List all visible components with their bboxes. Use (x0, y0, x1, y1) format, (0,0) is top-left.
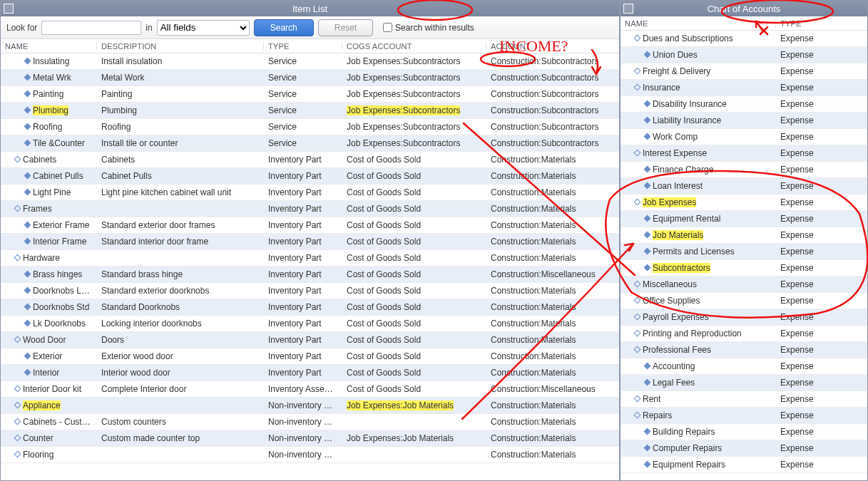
table-row[interactable]: ExteriorExterior wood doorInventory Part… (1, 348, 619, 365)
table-row[interactable]: ApplianceNon-inventory PartJob Expenses:… (1, 398, 619, 414)
col-header-description[interactable]: DESCRIPTION (97, 42, 264, 51)
table-row[interactable]: Interior FrameStandard interior door fra… (1, 234, 619, 250)
table-row[interactable]: Legal FeesExpense (621, 375, 867, 391)
item-list-titlebar[interactable]: Item List (1, 1, 619, 16)
expand-diamond-icon[interactable] (644, 51, 651, 58)
table-row[interactable]: Equipment RepairsExpense (621, 457, 867, 473)
table-row[interactable]: Wood DoorDoorsInventory PartCost of Good… (1, 332, 619, 348)
table-row[interactable]: Professional FeesExpense (621, 342, 867, 358)
expand-diamond-icon[interactable] (24, 90, 31, 98)
table-row[interactable]: Interest ExpenseExpense (621, 145, 867, 162)
expand-diamond-icon[interactable] (24, 304, 31, 311)
coa-col-header-name[interactable]: NAME (621, 19, 776, 28)
table-row[interactable]: MiscellaneousExpense (621, 276, 867, 293)
expand-diamond-icon[interactable] (644, 166, 651, 173)
expand-diamond-icon[interactable] (644, 133, 651, 140)
table-row[interactable]: PaintingPaintingServiceJob Expenses:Subc… (1, 86, 619, 103)
expand-diamond-icon[interactable] (644, 248, 651, 255)
table-row[interactable]: Dues and SubscriptionsExpense (621, 31, 867, 47)
table-row[interactable]: Light PineLight pine kitchen cabinet wal… (1, 185, 619, 201)
expand-diamond-icon[interactable] (634, 84, 641, 91)
table-row[interactable]: RoofingRoofingServiceJob Expenses:Subcon… (1, 119, 619, 135)
table-row[interactable]: Cabinets - CustomCustom countersNon-inve… (1, 414, 619, 430)
expand-diamond-icon[interactable] (634, 395, 641, 403)
expand-diamond-icon[interactable] (24, 74, 31, 81)
col-header-type[interactable]: TYPE (264, 42, 342, 51)
table-row[interactable]: Building RepairsExpense (621, 424, 867, 440)
expand-diamond-icon[interactable] (24, 369, 31, 376)
table-row[interactable]: Office SuppliesExpense (621, 293, 867, 309)
expand-diamond-icon[interactable] (634, 281, 641, 288)
search-button[interactable]: Search (254, 19, 314, 36)
table-row[interactable]: Finance ChargeExpense (621, 162, 867, 178)
item-list-body[interactable]: InsulatingInstall insulationServiceJob E… (1, 53, 619, 480)
table-row[interactable]: CabinetsCabinetsInventory PartCost of Go… (1, 152, 619, 168)
restore-window-icon[interactable] (4, 4, 14, 14)
expand-diamond-icon[interactable] (14, 386, 21, 393)
expand-diamond-icon[interactable] (24, 320, 31, 327)
table-row[interactable]: Metal WrkMetal WorkServiceJob Expenses:S… (1, 70, 619, 86)
expand-diamond-icon[interactable] (24, 123, 31, 130)
table-row[interactable]: InsuranceExpense (621, 80, 867, 96)
table-row[interactable]: Disability InsuranceExpense (621, 96, 867, 113)
expand-diamond-icon[interactable] (644, 428, 651, 435)
expand-diamond-icon[interactable] (644, 445, 651, 452)
expand-diamond-icon[interactable] (14, 156, 21, 163)
expand-diamond-icon[interactable] (24, 287, 31, 294)
expand-diamond-icon[interactable] (24, 238, 31, 245)
table-row[interactable]: Payroll ExpensesExpense (621, 309, 867, 326)
expand-diamond-icon[interactable] (644, 182, 651, 190)
table-row[interactable]: Equipment RentalExpense (621, 211, 867, 227)
expand-diamond-icon[interactable] (644, 461, 651, 468)
table-row[interactable]: Liability InsuranceExpense (621, 113, 867, 129)
table-row[interactable]: InsulatingInstall insulationServiceJob E… (1, 53, 619, 70)
table-row[interactable]: Job ExpensesExpense (621, 195, 867, 211)
table-row[interactable]: SubcontractorsExpense (621, 260, 867, 276)
table-row[interactable]: Cabinet PullsCabinet PullsInventory Part… (1, 168, 619, 185)
expand-diamond-icon[interactable] (634, 346, 641, 353)
restore-window-icon[interactable] (623, 4, 633, 14)
expand-diamond-icon[interactable] (24, 353, 31, 360)
table-row[interactable]: Tile &CounterInstall tile or counterServ… (1, 135, 619, 152)
coa-body[interactable]: Dues and SubscriptionsExpenseUnion DuesE… (621, 31, 867, 480)
expand-diamond-icon[interactable] (634, 35, 641, 42)
expand-diamond-icon[interactable] (14, 402, 21, 409)
table-row[interactable]: Doorknobs Lock...Standard exterior doork… (1, 283, 619, 299)
table-row[interactable]: Exterior FrameStandard exterior door fra… (1, 217, 619, 234)
expand-diamond-icon[interactable] (24, 140, 31, 147)
table-row[interactable]: RepairsExpense (621, 408, 867, 424)
expand-diamond-icon[interactable] (14, 418, 21, 425)
table-row[interactable]: Computer RepairsExpense (621, 440, 867, 457)
table-row[interactable]: Brass hingesStandard brass hingeInventor… (1, 267, 619, 283)
expand-diamond-icon[interactable] (24, 58, 31, 65)
table-row[interactable]: Union DuesExpense (621, 47, 867, 63)
table-row[interactable]: Doorknobs StdStandard DoorknobsInventory… (1, 299, 619, 316)
coa-titlebar[interactable]: Chart of Accounts (621, 1, 867, 16)
table-row[interactable]: HardwareInventory PartCost of Goods Sold… (1, 250, 619, 267)
expand-diamond-icon[interactable] (644, 264, 651, 271)
expand-diamond-icon[interactable] (644, 232, 651, 239)
expand-diamond-icon[interactable] (24, 189, 31, 196)
coa-col-header-type[interactable]: TYPE (776, 19, 867, 28)
look-for-input[interactable] (41, 21, 141, 35)
col-header-name[interactable]: NAME (1, 42, 97, 51)
table-row[interactable]: Freight & DeliveryExpense (621, 63, 867, 80)
expand-diamond-icon[interactable] (14, 435, 21, 442)
table-row[interactable]: InteriorInterior wood doorInventory Part… (1, 365, 619, 381)
col-header-account[interactable]: ACCOUNT (486, 42, 619, 51)
expand-diamond-icon[interactable] (634, 199, 641, 206)
expand-diamond-icon[interactable] (644, 117, 651, 124)
table-row[interactable]: Interior Door kitComplete Interior doorI… (1, 381, 619, 398)
table-row[interactable]: Loan InterestExpense (621, 178, 867, 195)
expand-diamond-icon[interactable] (14, 451, 21, 458)
reset-button[interactable]: Reset (318, 19, 373, 36)
table-row[interactable]: FlooringNon-inventory PartConstruction:M… (1, 447, 619, 463)
field-select[interactable]: All fields (157, 20, 250, 36)
search-within-checkbox[interactable] (383, 23, 392, 32)
table-row[interactable]: Lk DoorknobsLocking interior doorknobsIn… (1, 316, 619, 332)
table-row[interactable]: FramesInventory PartCost of Goods SoldCo… (1, 201, 619, 217)
expand-diamond-icon[interactable] (14, 254, 21, 262)
expand-diamond-icon[interactable] (644, 100, 651, 108)
expand-diamond-icon[interactable] (644, 215, 651, 222)
table-row[interactable]: CounterCustom made counter topNon-invent… (1, 430, 619, 447)
